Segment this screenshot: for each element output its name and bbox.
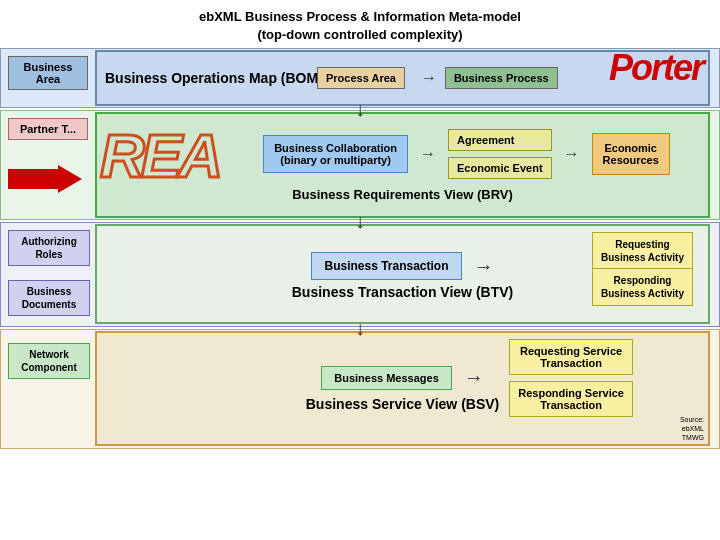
network-label: Network Component — [8, 343, 90, 379]
business-area-label: Business Area — [8, 56, 88, 90]
collab-box: Business Collaboration (binary or multip… — [263, 135, 408, 173]
req-service-box: Requesting Service Transaction — [509, 339, 633, 375]
brv-arrow1: → — [420, 145, 436, 163]
collab-line1: Business Collaboration — [274, 142, 397, 154]
resp-ba-line1: Responding — [601, 274, 684, 287]
eco-res-line1: Economic — [603, 142, 659, 154]
source-line2: ebXML — [680, 424, 704, 433]
bom-title: Business Operations Map (BOM) — [105, 70, 323, 86]
responding-ba-box: Responding Business Activity — [592, 268, 693, 306]
biz-docs-label: Business Documents — [8, 280, 90, 316]
biz-transaction-box: Business Transaction — [311, 252, 461, 280]
bsv-container: Business Messages → Requesting Service T… — [95, 331, 710, 446]
bsv-title: Business Service View (BSV) — [306, 396, 500, 412]
req-st-line1: Requesting Service — [518, 345, 624, 357]
connector-bom-brv: ↓ — [0, 106, 720, 112]
porter-logo: Porter — [609, 47, 703, 89]
economic-resources-box: Economic Resources — [592, 133, 670, 175]
agreement-event-col: Agreement Economic Event — [448, 129, 552, 179]
brv-row: Partner T... REA Business Collaboration … — [0, 110, 720, 220]
req-ba-line2: Business Activity — [601, 251, 684, 264]
resp-st-line1: Responding Service — [518, 387, 624, 399]
biz-docs-line2: Documents — [14, 298, 84, 311]
auth-roles-label: Authorizing Roles — [8, 230, 90, 266]
page-wrapper: ebXML Business Process & Information Met… — [0, 0, 720, 540]
biz-docs-line1: Business — [14, 285, 84, 298]
network-line2: Component — [14, 361, 84, 374]
requesting-ba-box: Requesting Business Activity — [592, 232, 693, 270]
page-title: ebXML Business Process & Information Met… — [0, 0, 720, 48]
rea-logo: REA — [100, 120, 219, 191]
btv-arrow: → — [474, 255, 494, 278]
bom-container: Business Operations Map (BOM) Process Ar… — [95, 50, 710, 106]
down-arrow-3: ↓ — [355, 318, 365, 338]
down-arrow-1: ↓ — [355, 99, 365, 119]
partner-label: Partner T... — [8, 118, 88, 140]
btv-title: Business Transaction View (BTV) — [292, 284, 513, 300]
biz-messages-box: Business Messages — [321, 366, 452, 390]
svg-marker-0 — [8, 165, 82, 193]
bsv-inner: Business Messages → Requesting Service T… — [101, 366, 704, 390]
bom-arrow: → — [421, 69, 437, 87]
bsv-row: Network Component Business Messages → Re… — [0, 329, 720, 449]
req-st-line2: Transaction — [518, 357, 624, 369]
btv-row: Authorizing Roles Business Documents Req… — [0, 222, 720, 327]
title-line2: (top-down controlled complexity) — [0, 26, 720, 44]
process-area-box: Process Area — [317, 67, 405, 89]
title-line1: ebXML Business Process & Information Met… — [0, 8, 720, 26]
collab-line2: (binary or multiparty) — [274, 154, 397, 166]
source-note: Source: ebXML TMWG — [680, 415, 704, 442]
red-arrow-icon — [8, 165, 83, 196]
auth-roles-line2: Roles — [14, 248, 84, 261]
btv-container: Requesting Business Activity Business Tr… — [95, 224, 710, 324]
eco-res-line2: Resources — [603, 154, 659, 166]
business-process-box: Business Process — [445, 67, 558, 89]
auth-roles-line1: Authorizing — [14, 235, 84, 248]
network-line1: Network — [14, 348, 84, 361]
source-line3: TMWG — [680, 433, 704, 442]
bsv-arrow: → — [464, 366, 484, 389]
req-ba-line1: Requesting — [601, 238, 684, 251]
resp-ba-line2: Business Activity — [601, 287, 684, 300]
connector-btv-bsv: ↓ — [0, 325, 720, 331]
brv-title: Business Requirements View (BRV) — [292, 187, 513, 202]
main-content: Business Area Business Operations Map (B… — [0, 48, 720, 540]
down-arrow-2: ↓ — [355, 211, 365, 231]
brv-arrow2: → — [564, 145, 580, 163]
source-line1: Source: — [680, 415, 704, 424]
resp-service-box: Responding Service Transaction — [509, 381, 633, 417]
economic-event-box: Economic Event — [448, 157, 552, 179]
service-transactions: Requesting Service Transaction Respondin… — [509, 339, 633, 417]
resp-st-line2: Transaction — [518, 399, 624, 411]
agreement-box: Agreement — [448, 129, 552, 151]
connector-brv-btv: ↓ — [0, 218, 720, 224]
